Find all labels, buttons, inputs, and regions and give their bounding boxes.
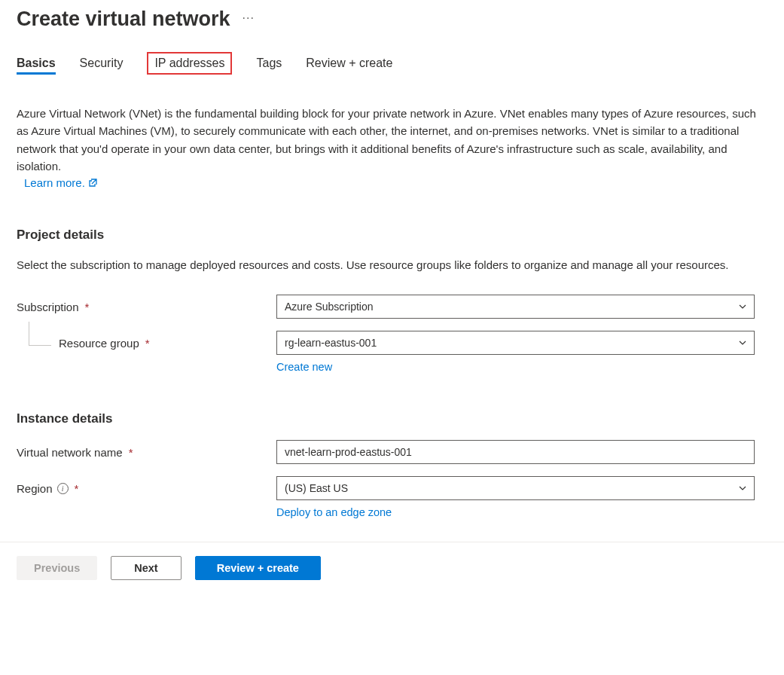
vnet-name-label-text: Virtual network name [17,446,123,459]
required-indicator: * [145,337,150,350]
subscription-label: Subscription * [17,301,276,313]
tab-basics[interactable]: Basics [17,52,56,75]
resource-group-label: Resource group * [17,337,276,350]
previous-button[interactable]: Previous [17,556,97,580]
next-button[interactable]: Next [111,556,181,580]
tab-tags[interactable]: Tags [256,52,282,75]
tab-ip-addresses[interactable]: IP addresses [147,52,232,75]
create-new-link[interactable]: Create new [276,361,332,373]
resource-group-label-text: Resource group [59,337,139,350]
review-create-button[interactable]: Review + create [195,556,321,580]
deploy-edge-zone-link[interactable]: Deploy to an edge zone [276,506,392,518]
intro-text: Azure Virtual Network (VNet) is the fund… [17,105,762,175]
external-link-icon [88,179,97,188]
instance-details-heading: Instance details [17,411,784,426]
project-details-heading: Project details [17,228,784,243]
page-title: Create virtual network [17,8,230,31]
required-indicator: * [75,482,79,495]
vnet-name-label: Virtual network name * [17,446,276,459]
learn-more-link[interactable]: Learn more. [24,176,97,189]
region-label: Region i * [17,482,276,495]
region-label-text: Region [17,482,53,495]
resource-group-select[interactable]: rg-learn-eastus-001 [276,331,755,355]
wizard-tabs: Basics Security IP addresses Tags Review… [17,52,784,75]
tree-connector-icon [29,322,51,346]
footer-bar: Previous Next Review + create [17,542,784,594]
tab-review-create[interactable]: Review + create [306,52,392,75]
learn-more-label: Learn more. [24,176,85,189]
required-indicator: * [129,446,133,459]
more-icon[interactable]: ··· [243,11,255,28]
info-icon[interactable]: i [57,483,69,494]
subscription-label-text: Subscription [17,301,79,313]
region-select[interactable]: (US) East US [276,476,755,500]
subscription-select[interactable]: Azure Subscription [276,295,755,319]
project-details-desc: Select the subscription to manage deploy… [17,256,762,273]
vnet-name-input[interactable] [276,440,755,464]
required-indicator: * [85,301,90,313]
tab-security[interactable]: Security [80,52,124,75]
